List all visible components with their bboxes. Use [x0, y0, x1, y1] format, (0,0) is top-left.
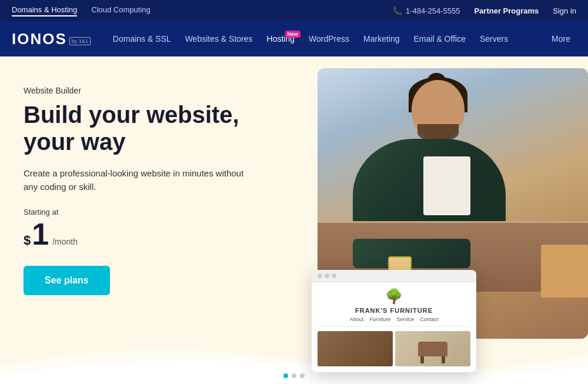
browser-dot-1 [318, 273, 322, 278]
top-nav-domains-hosting[interactable]: Domains & Hosting [12, 5, 77, 16]
dots-indicator [283, 373, 305, 378]
phone-icon: 📞 [393, 6, 402, 15]
box-item [541, 245, 588, 298]
top-nav-cloud-computing[interactable]: Cloud Computing [91, 5, 150, 16]
preview-nav-service: Service [396, 316, 414, 322]
preview-store-name: FRANK'S FURNITURE [318, 307, 470, 314]
price-row: $ 1 /month [24, 219, 306, 249]
furniture-shape [418, 342, 447, 356]
see-plans-button[interactable]: See plans [24, 266, 110, 295]
top-bar-left-nav: Domains & Hosting Cloud Computing [12, 5, 151, 16]
sign-in-link[interactable]: Sign in [553, 6, 576, 15]
preview-nav-links: About Furniture Service Contact [318, 316, 470, 326]
hero-content: Website Builder Build your website, your… [24, 80, 306, 295]
hero-subtitle: Website Builder [24, 86, 306, 95]
partner-programs-link[interactable]: Partner Programs [474, 6, 539, 15]
nav-items: Domains & SSL Websites & Stores Hosting … [107, 29, 541, 48]
top-bar-right-nav: 📞 1-484-254-5555 Partner Programs Sign i… [393, 6, 576, 15]
logo-by: by 1&1 [69, 37, 91, 45]
nav-wordpress[interactable]: WordPress [303, 29, 355, 48]
dot-3[interactable] [300, 373, 305, 378]
hosting-new-badge: New [285, 31, 301, 38]
logo[interactable]: IONOS by 1&1 [12, 30, 91, 48]
logo-text: IONOS [12, 30, 67, 48]
hero-description: Create a professional-looking website in… [24, 167, 247, 193]
hero-section: Website Builder Build your website, your… [0, 56, 588, 384]
preview-tree-icon: 🌳 [318, 288, 470, 305]
price-amount: 1 [32, 219, 49, 249]
preview-img-right [395, 331, 470, 366]
preview-images [318, 331, 470, 366]
browser-dot-2 [325, 273, 329, 278]
website-preview-card: 🌳 FRANK'S FURNITURE About Furniture Serv… [312, 270, 476, 372]
nav-domains-ssl[interactable]: Domains & SSL [107, 29, 177, 48]
price-dollar: $ [24, 233, 31, 248]
nav-marketing[interactable]: Marketing [358, 29, 405, 48]
dot-1[interactable] [283, 373, 288, 378]
price-period: /month [52, 237, 78, 246]
nav-more[interactable]: More [546, 29, 576, 48]
person-shirt [423, 156, 470, 215]
phone-number: 📞 1-484-254-5555 [393, 6, 460, 15]
main-nav: IONOS by 1&1 Domains & SSL Websites & St… [0, 21, 588, 56]
nav-servers[interactable]: Servers [474, 29, 514, 48]
preview-browser-bar [312, 270, 476, 282]
starting-at-label: Starting at [24, 208, 306, 216]
preview-img-left [318, 331, 393, 366]
nav-hosting[interactable]: Hosting New [261, 29, 300, 48]
nav-email-office[interactable]: Email & Office [407, 29, 471, 48]
preview-content: 🌳 FRANK'S FURNITURE About Furniture Serv… [312, 282, 476, 372]
preview-nav-contact: Contact [420, 316, 438, 322]
nav-websites-stores[interactable]: Websites & Stores [179, 29, 259, 48]
hero-title: Build your website, your way [24, 101, 306, 155]
person-arm [353, 239, 470, 268]
top-bar: Domains & Hosting Cloud Computing 📞 1-48… [0, 0, 588, 21]
preview-nav-furniture: Furniture [369, 316, 390, 322]
preview-nav-about: About [350, 316, 364, 322]
browser-dot-3 [332, 273, 336, 278]
dot-2[interactable] [292, 373, 296, 378]
